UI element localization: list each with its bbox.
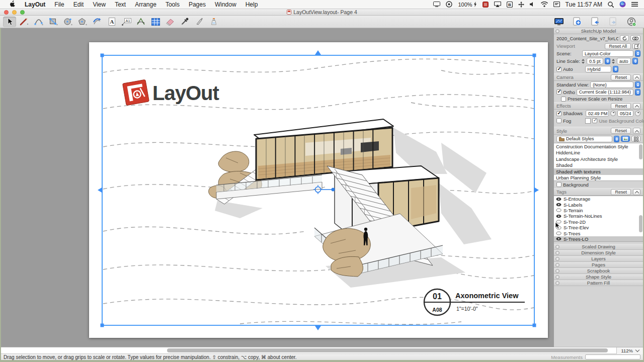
style-list-view-button[interactable] bbox=[631, 136, 640, 142]
visibility-eye-icon[interactable] bbox=[556, 197, 561, 201]
notification-center-icon[interactable] bbox=[631, 2, 638, 7]
tag-row[interactable]: S-Entourage bbox=[554, 196, 643, 202]
line-scale-dropdown-icon[interactable] bbox=[632, 58, 638, 64]
tray-scaled-drawing[interactable]: Scaled Drawing bbox=[554, 244, 643, 250]
camera-reset-button[interactable]: Reset bbox=[611, 74, 631, 80]
labels-tool[interactable]: A1 bbox=[120, 17, 133, 27]
paper-page[interactable]: 01 A08 Axonometric View 1"=10'-0" bbox=[89, 42, 548, 338]
menu-view[interactable]: View bbox=[88, 1, 110, 8]
render-mode-dropdown-icon[interactable] bbox=[613, 66, 618, 72]
menu-pages[interactable]: Pages bbox=[184, 1, 210, 8]
ortho-checkbox[interactable] bbox=[556, 89, 561, 95]
style-item[interactable]: Construction Documentation Style bbox=[554, 143, 643, 150]
box-sync-icon[interactable]: B bbox=[507, 2, 513, 8]
scene-select[interactable]: Layout-Color bbox=[582, 50, 633, 57]
creative-cloud-icon[interactable] bbox=[446, 1, 452, 8]
siri-icon[interactable] bbox=[619, 1, 626, 8]
line-weight-stepper[interactable] bbox=[582, 58, 585, 64]
edit-reference-icon[interactable] bbox=[632, 43, 640, 49]
polygons-tool[interactable] bbox=[76, 17, 89, 27]
document-canvas[interactable]: 01 A08 Axonometric View 1"=10'-0" bbox=[1, 28, 553, 347]
scale-dropdown-icon[interactable] bbox=[635, 89, 640, 96]
visibility-eye-icon[interactable] bbox=[556, 237, 561, 241]
tags-collapse-icon[interactable] bbox=[633, 189, 640, 195]
style-reset-button[interactable]: Reset bbox=[611, 128, 631, 134]
previous-page-button[interactable] bbox=[589, 17, 602, 27]
menu-text[interactable]: Text bbox=[110, 1, 130, 8]
style-collapse-icon[interactable] bbox=[633, 128, 640, 134]
tray-scrapbook[interactable]: Scrapbook bbox=[554, 268, 643, 274]
use-background-color-checkbox[interactable] bbox=[592, 118, 597, 123]
menu-help[interactable]: Help bbox=[241, 1, 263, 8]
style-list-scrollbar[interactable] bbox=[639, 144, 642, 159]
table-tool[interactable] bbox=[149, 17, 162, 27]
shadow-date-knob[interactable] bbox=[635, 111, 640, 116]
style-folder-select[interactable]: Default Styles bbox=[556, 136, 612, 142]
start-presentation-button[interactable] bbox=[552, 17, 566, 27]
wifi-icon[interactable] bbox=[541, 2, 548, 7]
preserve-scale-checkbox[interactable] bbox=[561, 97, 566, 102]
sketchup-model-tray-header[interactable]: SketchUp Model bbox=[554, 28, 643, 34]
line-scale-value[interactable]: auto bbox=[617, 58, 631, 64]
fog-color-well[interactable] bbox=[585, 118, 591, 124]
lines-tool[interactable] bbox=[18, 17, 31, 27]
style-item[interactable]: HiddenLine bbox=[554, 150, 643, 156]
horizontal-scrollbar-thumb[interactable] bbox=[167, 348, 608, 352]
visibility-eye-icon[interactable] bbox=[556, 203, 561, 207]
style-item[interactable]: Urban Planning Style bbox=[554, 175, 643, 182]
apple-menu-icon[interactable] bbox=[5, 0, 20, 9]
tray-dimension-style[interactable]: Dimension Style bbox=[554, 250, 643, 256]
scale-select[interactable]: Current Scale (1:112.984) bbox=[577, 89, 633, 96]
menu-clock[interactable]: Tue 11:57 AM bbox=[566, 1, 602, 8]
text-tool[interactable]: A bbox=[105, 17, 118, 27]
airplay-icon[interactable] bbox=[494, 2, 501, 7]
menu-app[interactable]: LayOut bbox=[20, 1, 50, 8]
scene-dropdown-icon[interactable] bbox=[635, 50, 640, 57]
display-mirroring-icon[interactable] bbox=[433, 2, 440, 7]
shadows-checkbox[interactable] bbox=[556, 111, 561, 116]
line-scale-stepper[interactable] bbox=[612, 58, 615, 64]
background-checkbox[interactable] bbox=[556, 182, 561, 187]
select-tool[interactable] bbox=[3, 17, 16, 27]
eraser-tool[interactable] bbox=[164, 17, 177, 27]
account-button[interactable] bbox=[625, 17, 638, 27]
effects-reset-button[interactable]: Reset bbox=[611, 103, 631, 109]
effects-collapse-icon[interactable] bbox=[633, 103, 640, 109]
arcs-tool[interactable] bbox=[32, 17, 45, 27]
circles-tool[interactable] bbox=[61, 17, 74, 27]
menu-window[interactable]: Window bbox=[210, 1, 241, 8]
tag-row[interactable]: S-Terrain bbox=[554, 208, 643, 213]
style-item[interactable]: Landscape Architecture Style bbox=[554, 156, 643, 162]
tag-row[interactable]: S-Tree-2D bbox=[554, 219, 643, 225]
spotlight-search-icon[interactable] bbox=[608, 2, 614, 8]
tray-layers[interactable]: Layers bbox=[554, 256, 643, 262]
standard-view-select[interactable]: (None) bbox=[590, 81, 633, 88]
tray-shape-style[interactable]: Shape Style bbox=[554, 274, 643, 280]
volume-icon[interactable] bbox=[530, 2, 535, 7]
input-source-icon[interactable] bbox=[553, 2, 560, 7]
tag-row-selected[interactable]: S-Trees-LO bbox=[554, 236, 643, 242]
shadow-time-field[interactable]: 02:49 PM bbox=[586, 110, 609, 117]
tag-row[interactable]: S-Tree-Elev bbox=[554, 225, 643, 230]
shadow-time-knob[interactable] bbox=[610, 111, 616, 116]
auto-render-checkbox[interactable] bbox=[556, 67, 561, 72]
refresh-reference-button[interactable] bbox=[620, 35, 629, 41]
style-item-selected[interactable]: Shaded with textures bbox=[554, 168, 643, 175]
shadow-date-field[interactable]: 05/24 bbox=[617, 110, 633, 117]
tag-row[interactable]: S-Trees bbox=[554, 230, 643, 236]
visibility-eye-icon[interactable] bbox=[556, 214, 561, 218]
tag-row[interactable]: S-Labels bbox=[554, 202, 643, 207]
split-tool[interactable] bbox=[193, 17, 206, 27]
standard-view-dropdown-icon[interactable] bbox=[635, 81, 640, 88]
visibility-eye-icon[interactable] bbox=[556, 231, 561, 235]
next-page-button[interactable] bbox=[607, 17, 620, 27]
measurements-input[interactable] bbox=[585, 354, 640, 359]
join-tool[interactable] bbox=[207, 17, 220, 27]
offset-tool[interactable] bbox=[91, 17, 104, 27]
add-page-button[interactable] bbox=[571, 17, 584, 27]
link-reference-button[interactable] bbox=[630, 35, 640, 41]
menu-file[interactable]: File bbox=[50, 1, 68, 8]
style-thumbnail-view-button[interactable] bbox=[621, 136, 630, 142]
screen-record-icon[interactable] bbox=[482, 2, 489, 8]
style-item[interactable]: Shaded bbox=[554, 162, 643, 169]
